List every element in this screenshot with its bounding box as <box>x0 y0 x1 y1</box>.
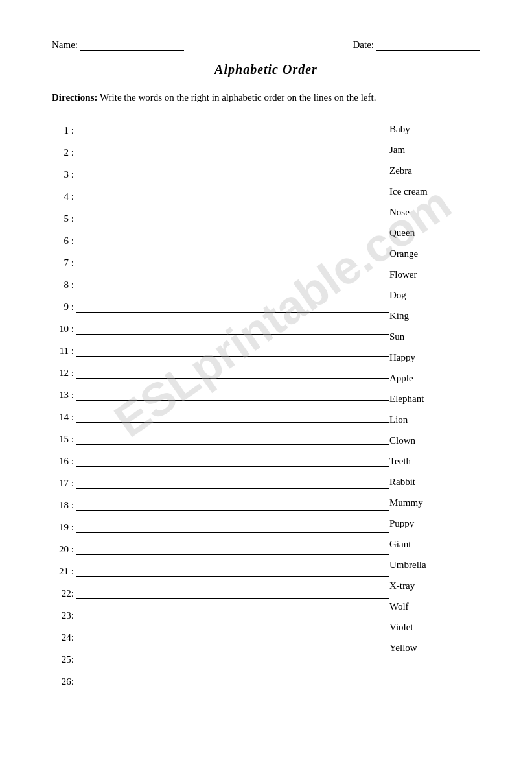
answer-lines-col: 1 :2 :3 :4 :5 :6 :7 :8 :9 :10 :11 :12 :1… <box>52 117 389 690</box>
row-number: 9 : <box>52 302 76 314</box>
header: Name: Date: <box>52 39 480 51</box>
word-item: Sun <box>389 324 480 345</box>
row-number: 8 : <box>52 279 76 292</box>
date-underline[interactable] <box>376 39 480 51</box>
row-number: 11 : <box>52 346 76 358</box>
answer-input-line[interactable] <box>76 542 389 555</box>
directions-bold: Directions: <box>52 92 98 102</box>
row-number: 18 : <box>52 500 76 512</box>
word-item: Puppy <box>389 511 480 532</box>
row-number: 23: <box>52 610 76 622</box>
answer-input-line[interactable] <box>76 388 389 401</box>
word-item: Ice cream <box>389 179 480 200</box>
answer-input-line[interactable] <box>76 344 389 357</box>
name-underline[interactable] <box>80 39 184 51</box>
answer-row: 24: <box>52 624 389 645</box>
answer-row: 14 : <box>52 403 389 424</box>
row-number: 15 : <box>52 434 76 446</box>
word-item: Zebra <box>389 158 480 179</box>
answer-input-line[interactable] <box>76 674 389 687</box>
answer-input-line[interactable] <box>76 652 389 665</box>
answer-input-line[interactable] <box>76 564 389 577</box>
directions: Directions: Write the words on the right… <box>52 90 480 105</box>
row-number: 26: <box>52 676 76 689</box>
answer-row: 7 : <box>52 249 389 270</box>
row-number: 4 : <box>52 191 76 204</box>
answer-input-line[interactable] <box>76 410 389 423</box>
word-item: Wolf <box>389 594 480 615</box>
answer-row: 18 : <box>52 492 389 512</box>
answer-input-line[interactable] <box>76 366 389 379</box>
answer-input-line[interactable] <box>76 211 389 224</box>
word-item: Lion <box>389 407 480 428</box>
answer-input-line[interactable] <box>76 608 389 621</box>
answer-row: 11 : <box>52 337 389 358</box>
row-number: 22: <box>52 588 76 600</box>
row-number: 19 : <box>52 522 76 534</box>
row-number: 6 : <box>52 235 76 248</box>
word-item: Giant <box>389 532 480 552</box>
row-number: 12 : <box>52 368 76 380</box>
answer-row: 19 : <box>52 514 389 534</box>
worksheet-body: 1 :2 :3 :4 :5 :6 :7 :8 :9 :10 :11 :12 :1… <box>52 117 480 690</box>
name-label: Name: <box>52 40 78 51</box>
answer-row: 6 : <box>52 227 389 248</box>
word-item: Orange <box>389 241 480 262</box>
answer-input-line[interactable] <box>76 432 389 445</box>
answer-input-line[interactable] <box>76 498 389 511</box>
answer-input-line[interactable] <box>76 189 389 202</box>
answer-row: 4 : <box>52 183 389 204</box>
directions-text: Write the words on the right in alphabet… <box>98 92 376 102</box>
answer-input-line[interactable] <box>76 233 389 246</box>
answer-input-line[interactable] <box>76 300 389 313</box>
answer-row: 22: <box>52 580 389 600</box>
answer-row: 3 : <box>52 161 389 182</box>
word-item: X-tray <box>389 573 480 594</box>
word-item: Queen <box>389 220 480 241</box>
row-number: 7 : <box>52 257 76 270</box>
answer-input-line[interactable] <box>76 123 389 136</box>
answer-input-line[interactable] <box>76 145 389 158</box>
word-item: Flower <box>389 262 480 283</box>
word-item: Violet <box>389 615 480 635</box>
answer-input-line[interactable] <box>76 278 389 290</box>
word-item: King <box>389 303 480 324</box>
row-number: 10 : <box>52 324 76 336</box>
answer-input-line[interactable] <box>76 454 389 467</box>
name-field: Name: <box>52 39 184 51</box>
row-number: 1 : <box>52 125 76 137</box>
answer-row: 20 : <box>52 536 389 556</box>
answer-row: 8 : <box>52 271 389 292</box>
answer-input-line[interactable] <box>76 476 389 489</box>
row-number: 25: <box>52 654 76 667</box>
answer-input-line[interactable] <box>76 255 389 268</box>
answer-input-line[interactable] <box>76 630 389 643</box>
word-item: Apple <box>389 366 480 386</box>
word-item: Clown <box>389 428 480 449</box>
row-number: 24: <box>52 632 76 645</box>
answer-input-line[interactable] <box>76 520 389 533</box>
row-number: 5 : <box>52 213 76 226</box>
word-item: Teeth <box>389 449 480 469</box>
answer-row: 23: <box>52 602 389 622</box>
answer-row: 5 : <box>52 205 389 226</box>
row-number: 3 : <box>52 169 76 182</box>
answer-input-line[interactable] <box>76 167 389 180</box>
row-number: 20 : <box>52 544 76 556</box>
word-item: Yellow <box>389 635 480 656</box>
page-title: Alphabetic Order <box>52 62 480 77</box>
word-item: Happy <box>389 345 480 366</box>
date-label: Date: <box>353 40 374 51</box>
answer-row: 10 : <box>52 315 389 336</box>
row-number: 16 : <box>52 456 76 468</box>
row-number: 14 : <box>52 412 76 424</box>
row-number: 13 : <box>52 390 76 402</box>
row-number: 2 : <box>52 147 76 160</box>
answer-row: 25: <box>52 646 389 667</box>
answer-input-line[interactable] <box>76 322 389 335</box>
word-item: Baby <box>389 117 480 137</box>
row-number: 17 : <box>52 478 76 490</box>
answer-input-line[interactable] <box>76 586 389 599</box>
word-item: Umbrella <box>389 552 480 573</box>
word-item: Elephant <box>389 386 480 407</box>
